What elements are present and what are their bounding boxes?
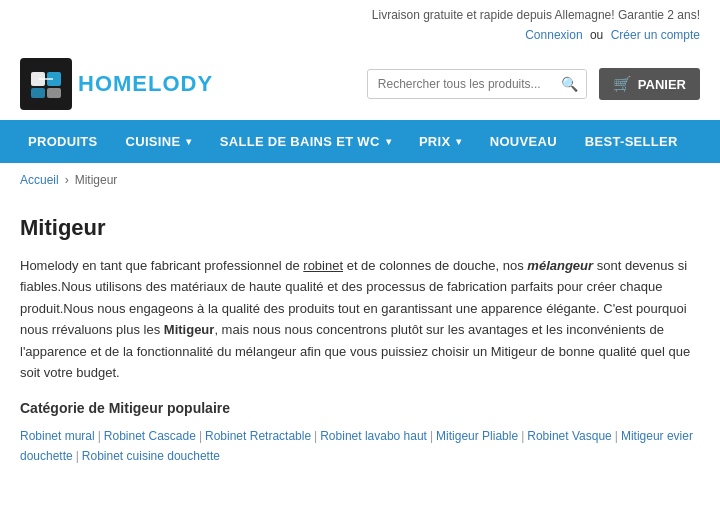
breadcrumb-home[interactable]: Accueil [20, 173, 59, 187]
nav-item-nouveau[interactable]: NOUVEAU [476, 120, 571, 163]
header: HOMELODY 🔍 🛒 PANIER [0, 48, 720, 120]
nav-item-salle-de-bains[interactable]: SALLE DE BAINS ET WC ▾ [206, 120, 405, 163]
sep-7: | [76, 449, 79, 463]
navbar: PRODUITS CUISINE ▾ SALLE DE BAINS ET WC … [0, 120, 720, 163]
nav-prix-label: PRIX [419, 134, 451, 149]
cart-button[interactable]: 🛒 PANIER [599, 68, 700, 100]
nav-item-cuisine[interactable]: CUISINE ▾ [112, 120, 206, 163]
nav-best-seller-label: BEST-SELLER [585, 134, 678, 149]
category-title: Catégorie de Mitigeur populaire [20, 400, 700, 416]
nav-cuisine-label: CUISINE [126, 134, 181, 149]
desc-text-2: et de colonnes de douche, nos [343, 258, 527, 273]
search-input[interactable] [368, 71, 553, 97]
breadcrumb-separator: › [65, 173, 69, 187]
header-right: 🔍 🛒 PANIER [367, 68, 700, 100]
cart-label: PANIER [638, 77, 686, 92]
register-link[interactable]: Créer un compte [611, 28, 700, 42]
svg-rect-3 [31, 88, 45, 98]
sep-3: | [314, 429, 317, 443]
cart-icon: 🛒 [613, 75, 632, 93]
search-box: 🔍 [367, 69, 587, 99]
sep-2: | [199, 429, 202, 443]
desc-bold-mitigeur: Mitigeur [164, 322, 215, 337]
chevron-down-icon: ▾ [186, 136, 191, 147]
main-content: Mitigeur Homelody en tant que fabricant … [0, 197, 720, 496]
logo-text: HOMELODY [78, 71, 213, 97]
logo[interactable]: HOMELODY [20, 58, 213, 110]
auth-separator: ou [590, 28, 603, 42]
nav-item-prix[interactable]: PRIX ▾ [405, 120, 476, 163]
cat-link-mitigeur-pliable[interactable]: Mitigeur Pliable [436, 429, 518, 443]
chevron-down-icon: ▾ [456, 136, 461, 147]
login-link[interactable]: Connexion [525, 28, 582, 42]
top-banner: Livraison gratuite et rapide depuis Alle… [0, 0, 720, 26]
sep-5: | [521, 429, 524, 443]
sep-4: | [430, 429, 433, 443]
svg-rect-4 [47, 88, 61, 98]
search-button[interactable]: 🔍 [553, 70, 586, 98]
cat-link-robinet-cascade[interactable]: Robinet Cascade [104, 429, 196, 443]
description: Homelody en tant que fabricant professio… [20, 255, 700, 384]
page-title: Mitigeur [20, 215, 700, 241]
sep-6: | [615, 429, 618, 443]
desc-text-1: Homelody en tant que fabricant professio… [20, 258, 303, 273]
auth-bar: Connexion ou Créer un compte [0, 26, 720, 48]
desc-bold-melangeur: mélangeur [527, 258, 593, 273]
category-links: Robinet mural|Robinet Cascade|Robinet Re… [20, 426, 700, 467]
category-section: Catégorie de Mitigeur populaire Robinet … [20, 400, 700, 467]
nav-salle-label: SALLE DE BAINS ET WC [220, 134, 380, 149]
cat-link-robinet-retractable[interactable]: Robinet Retractable [205, 429, 311, 443]
cat-link-robinet-cuisine-douchette[interactable]: Robinet cuisine douchette [82, 449, 220, 463]
logo-icon [20, 58, 72, 110]
nav-nouveau-label: NOUVEAU [490, 134, 557, 149]
cat-link-robinet-lavabo-haut[interactable]: Robinet lavabo haut [320, 429, 427, 443]
nav-item-best-seller[interactable]: BEST-SELLER [571, 120, 692, 163]
desc-link-robinet[interactable]: robinet [303, 258, 343, 273]
nav-produits-label: PRODUITS [28, 134, 98, 149]
sep-1: | [98, 429, 101, 443]
cat-link-robinet-mural[interactable]: Robinet mural [20, 429, 95, 443]
cat-link-robinet-vasque[interactable]: Robinet Vasque [527, 429, 612, 443]
breadcrumb: Accueil › Mitigeur [0, 163, 720, 197]
nav-item-produits[interactable]: PRODUITS [14, 120, 112, 163]
breadcrumb-current: Mitigeur [75, 173, 118, 187]
chevron-down-icon: ▾ [386, 136, 391, 147]
banner-text: Livraison gratuite et rapide depuis Alle… [372, 8, 700, 22]
